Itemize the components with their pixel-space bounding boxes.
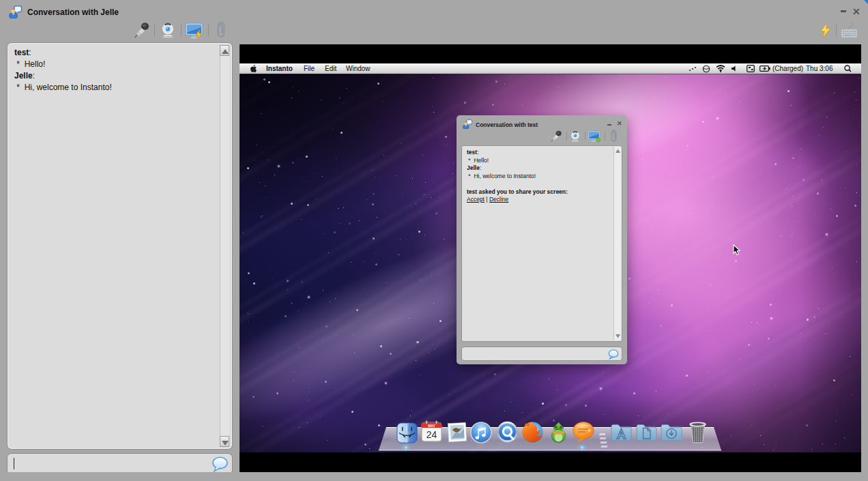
svg-text:MAY: MAY: [428, 424, 435, 428]
svg-text:24: 24: [426, 429, 437, 440]
